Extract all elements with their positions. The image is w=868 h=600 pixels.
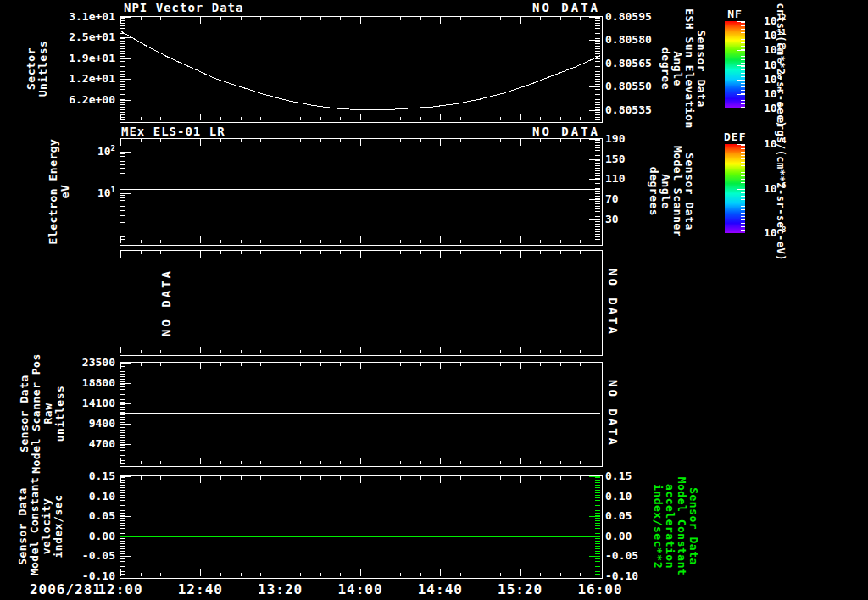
panel-1-right-tick-label: 0.80550 xyxy=(605,80,652,93)
panel-2-right-axis-label: Sensor Data Model Scanner Angle degrees xyxy=(648,145,695,236)
panel2-no-data-label: NO DATA xyxy=(532,125,600,138)
x-axis-tick-label: 16:00 xyxy=(575,581,626,597)
x-axis-tick-label: 15:20 xyxy=(495,581,546,597)
panel-1-left-tick-label: 6.2e+00 xyxy=(63,93,115,107)
panel1-title: NPI Vector Data xyxy=(124,1,243,14)
x-axis-tick-label: 12:40 xyxy=(175,581,225,597)
panel-1-right-tick-label: 0.80565 xyxy=(605,57,652,70)
panel-2-right-tick-label: 150 xyxy=(605,153,625,166)
panel-1-plot xyxy=(120,17,600,120)
panel1-no-data-label: NO DATA xyxy=(532,1,600,14)
series-esh-sun-elevation-angle xyxy=(120,31,600,110)
panel-2-right-tick-label: 30 xyxy=(605,213,619,226)
colorbar-nf-title: NF xyxy=(724,8,746,20)
panel-5-plot xyxy=(120,476,600,576)
panel-4-left-tick-label: 4700 xyxy=(63,437,115,451)
panel-2-plot xyxy=(120,139,600,243)
panel-5-left-tick-label: -0.05 xyxy=(63,549,115,563)
panel-5-right-tick-label: -0.05 xyxy=(605,549,638,563)
colorbar-def-title: DEF xyxy=(724,131,746,143)
x-axis-tick-label: 12:00 xyxy=(95,581,146,597)
colorbar-def-ticks xyxy=(735,144,747,233)
x-axis-tick-label: 14:40 xyxy=(415,581,465,597)
panel-1-left-tick-label: 1.9e+01 xyxy=(63,52,115,65)
panel-3-no-data-left: NO DATA xyxy=(159,268,173,336)
panel-4-no-data-right: NO DATA xyxy=(606,380,620,447)
panel-5-right-tick-label: 0.15 xyxy=(605,469,632,483)
panel-5-right-tick-label: 0.10 xyxy=(605,490,632,503)
panel-5-right-tick-label: 0.00 xyxy=(605,530,632,543)
panel-1-left-axis-label: Sector Unitless xyxy=(25,41,49,97)
panel-5-right-axis-label: Sensor Data Model Constant acceleration … xyxy=(652,477,699,576)
panel2-title: MEx ELS-01 LR xyxy=(121,125,225,138)
panel-4-left-axis-label: Sensor Data Model Scanner Pos Raw unitle… xyxy=(19,353,66,474)
panel-4-left-tick-label: 14100 xyxy=(63,397,115,410)
panel-5-left-tick-label: 0.15 xyxy=(63,469,115,483)
panel-4-left-tick-label: 18800 xyxy=(63,376,115,390)
panel-1-left-tick-label: 3.1e+01 xyxy=(63,10,115,24)
panel-1-right-tick-label: 0.80580 xyxy=(605,33,652,47)
colorbar-def-unit-label: ergs/(cm**2-sr-sec-eV) xyxy=(775,117,787,261)
panel-1-right-tick-label: 0.80595 xyxy=(605,10,652,24)
panel-1-left-tick-label: 2.5e+01 xyxy=(63,31,115,44)
panel-5-left-tick-label: 0.00 xyxy=(63,530,115,543)
x-axis-tick-label: 13:20 xyxy=(255,581,306,597)
panel-3-plot xyxy=(120,251,600,353)
plot-canvas: NPI Vector Data NO DATA MEx ELS-01 LR NO… xyxy=(0,0,868,600)
panel-1-right-tick-label: 0.80535 xyxy=(605,103,652,117)
panel-5-left-tick-label: 0.10 xyxy=(63,490,115,503)
colorbar-nf-ticks xyxy=(735,21,747,108)
panel-5-left-tick-label: 0.05 xyxy=(63,509,115,523)
panel-2-right-tick-label: 70 xyxy=(605,192,619,206)
panel-5-right-tick-label: 0.05 xyxy=(605,509,632,523)
panel-1-left-tick-label: 1.2e+01 xyxy=(63,72,115,86)
panel-2-right-tick-label: 110 xyxy=(605,172,625,186)
panel-4-left-tick-label: 23500 xyxy=(63,356,115,369)
panel-3-no-data-right: NO DATA xyxy=(606,268,620,336)
panel-2-right-tick-label: 190 xyxy=(605,132,625,146)
panel-2-left-axis-label: Electron Energy eV xyxy=(47,138,71,244)
panel-4-plot xyxy=(120,363,600,464)
x-axis-date-label: 2006/281 xyxy=(17,581,102,597)
x-axis-tick-label: 14:00 xyxy=(335,581,386,597)
panel-5-left-axis-label: Sensor Data Model Constant velocity inde… xyxy=(17,477,64,576)
colorbar-nf-unit-label: cnts/(cm**2-sr-sec) xyxy=(775,3,787,127)
panel-1-right-axis-label: Sensor Data ESH Sun Elevation Angle degr… xyxy=(659,8,707,129)
panel-4-left-tick-label: 9400 xyxy=(63,417,115,431)
